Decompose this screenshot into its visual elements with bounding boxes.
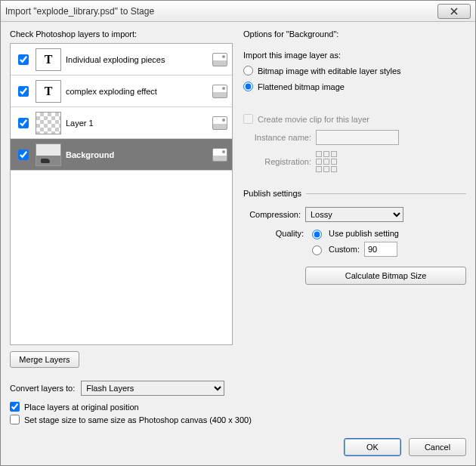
publish-settings-divider: Publish settings — [243, 189, 466, 198]
radio-flattened[interactable] — [243, 82, 253, 91]
registration-grid-icon — [316, 151, 337, 172]
registration-row: Registration: — [243, 151, 466, 172]
layer-checkbox[interactable] — [18, 118, 29, 128]
publish-settings-label: Publish settings — [243, 189, 301, 198]
ok-button[interactable]: OK — [344, 438, 401, 456]
place-original-row[interactable]: Place layers at original position — [10, 402, 466, 412]
layer-name: Individual exploding pieces — [66, 55, 208, 64]
convert-layers-label: Convert layers to: — [10, 384, 75, 393]
options-heading: Options for "Background": — [243, 29, 466, 39]
image-icon[interactable] — [212, 53, 227, 66]
create-movieclip-label: Create movie clip for this layer — [258, 115, 369, 124]
layer-name: Layer 1 — [66, 119, 208, 128]
stage-size-row[interactable]: Set stage size to same size as Photoshop… — [10, 415, 466, 424]
calculate-bitmap-button[interactable]: Calculate Bitmap Size — [305, 267, 466, 285]
compression-select[interactable]: Lossy — [305, 207, 403, 222]
radio-flattened-row[interactable]: Flattened bitmap image — [243, 82, 466, 91]
dialog-title: Import "explode_library.psd" to Stage — [5, 6, 437, 17]
image-icon[interactable] — [212, 85, 227, 98]
compression-label: Compression: — [243, 210, 301, 219]
instance-name-label: Instance name: — [243, 133, 311, 142]
merge-layers-button[interactable]: Merge Layers — [10, 351, 79, 368]
layer-checkbox[interactable] — [18, 86, 29, 97]
place-original-checkbox[interactable] — [10, 402, 20, 412]
stage-size-label: Set stage size to same size as Photoshop… — [24, 415, 252, 424]
stage-size-checkbox[interactable] — [10, 415, 20, 424]
image-icon[interactable] — [212, 148, 227, 162]
quality-value-field[interactable] — [364, 242, 397, 257]
layer-thumb-photo-icon — [36, 144, 61, 166]
radio-flattened-label: Flattened bitmap image — [258, 82, 345, 91]
close-button[interactable] — [437, 4, 471, 19]
place-original-label: Place layers at original position — [24, 403, 139, 412]
layer-row[interactable]: Layer 1 — [11, 107, 232, 139]
radio-bitmap-label: Bitmap image with editable layer styles — [258, 66, 401, 76]
layer-checkbox[interactable] — [18, 150, 29, 160]
layer-row[interactable]: T complex exploding effect — [11, 76, 232, 107]
layer-checkbox[interactable] — [18, 54, 29, 65]
radio-quality-custom[interactable] — [312, 245, 322, 255]
radio-bitmap-row[interactable]: Bitmap image with editable layer styles — [243, 66, 466, 76]
close-icon — [450, 8, 458, 15]
layer-thumb-text-icon: T — [36, 80, 61, 103]
layer-row-selected[interactable]: Background — [11, 139, 232, 171]
titlebar: Import "explode_library.psd" to Stage — [1, 1, 475, 22]
layer-row[interactable]: T Individual exploding pieces — [11, 44, 232, 76]
layer-thumb-transparent-icon — [36, 112, 61, 134]
layer-name: complex exploding effect — [66, 87, 208, 96]
cancel-button[interactable]: Cancel — [409, 438, 466, 456]
create-movieclip-checkbox — [243, 114, 253, 124]
registration-label: Registration: — [243, 157, 311, 166]
instance-name-row: Instance name: — [243, 130, 466, 145]
import-as-label: Import this image layer as: — [243, 51, 466, 60]
radio-bitmap-editable[interactable] — [243, 66, 253, 76]
layer-thumb-text-icon: T — [36, 48, 61, 71]
convert-layers-select[interactable]: Flash Layers — [81, 381, 224, 396]
quality-label: Quality: — [246, 229, 304, 238]
instance-name-field — [316, 130, 399, 145]
layer-name: Background — [66, 150, 208, 159]
layers-heading: Check Photoshop layers to import: — [10, 29, 233, 39]
create-movieclip-row: Create movie clip for this layer — [243, 114, 466, 124]
quality-publish-label: Use publish setting — [329, 229, 399, 238]
radio-quality-publish[interactable] — [312, 230, 322, 239]
import-dialog: Import "explode_library.psd" to Stage Ch… — [0, 0, 476, 466]
layer-list: T Individual exploding pieces T complex … — [10, 43, 233, 345]
image-icon[interactable] — [212, 116, 227, 130]
quality-custom-label: Custom: — [329, 245, 360, 254]
